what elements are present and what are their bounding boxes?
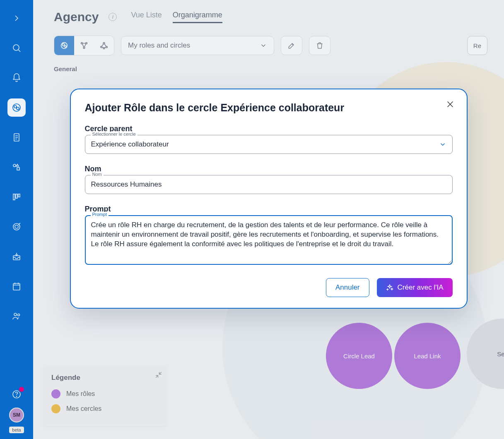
people-icon[interactable] (7, 307, 26, 325)
prompt-textarea[interactable] (85, 215, 453, 265)
svg-point-3 (17, 107, 19, 110)
board-icon[interactable] (7, 188, 26, 206)
shapes-icon[interactable] (7, 158, 26, 176)
search-icon[interactable] (7, 39, 26, 57)
organigram-icon[interactable] (7, 98, 26, 117)
prompt-float-label: Prompt (91, 212, 109, 217)
close-icon[interactable] (444, 98, 456, 110)
beta-badge: beta (9, 427, 24, 433)
svg-point-2 (14, 106, 17, 108)
svg-point-0 (13, 45, 19, 50)
document-icon[interactable] (7, 128, 26, 146)
prompt-label: Prompt (85, 205, 453, 214)
parent-circle-value: Expérience collaborateur (91, 140, 169, 149)
name-label: Nom (85, 165, 453, 173)
avatar-initials: SM (13, 412, 20, 418)
help-icon[interactable] (7, 385, 26, 403)
svg-rect-13 (13, 283, 20, 290)
svg-point-15 (18, 314, 20, 316)
parent-circle-select[interactable]: Expérience collaborateur (85, 135, 453, 154)
svg-rect-8 (16, 194, 17, 198)
svg-point-5 (13, 164, 16, 167)
sparkle-icon (386, 284, 393, 291)
svg-rect-12 (13, 256, 20, 260)
left-sidebar: SM beta (0, 0, 33, 439)
bell-icon[interactable] (7, 69, 26, 87)
modal-overlay: Ajouter Rôle dans le cercle Expérience c… (33, 0, 504, 439)
svg-point-17 (16, 396, 17, 396)
inbox-icon[interactable] (7, 247, 26, 266)
name-float-label: Nom (91, 172, 104, 177)
modal-title: Ajouter Rôle dans le cercle Expérience c… (85, 102, 453, 114)
cancel-button[interactable]: Annuler (326, 278, 369, 297)
sidebar-toggle-icon[interactable] (7, 9, 26, 27)
parent-label: Cercle parent (85, 125, 453, 133)
main: Circle Lead Lead Link Ser Agency i Vue L… (33, 0, 504, 439)
calendar-icon[interactable] (7, 277, 26, 295)
chevron-down-icon (439, 141, 446, 148)
svg-point-14 (14, 313, 17, 316)
parent-float-label: Sélectionner le cercle (91, 132, 137, 137)
add-role-modal: Ajouter Rôle dans le cercle Expérience c… (70, 89, 468, 309)
avatar[interactable]: SM (9, 408, 24, 422)
name-input[interactable] (85, 175, 453, 194)
svg-rect-6 (17, 168, 19, 170)
svg-point-11 (15, 225, 18, 228)
svg-rect-9 (18, 194, 20, 197)
create-with-ai-button[interactable]: Créer avec l'IA (377, 278, 453, 297)
target-icon[interactable] (7, 218, 26, 236)
svg-rect-7 (13, 194, 15, 200)
